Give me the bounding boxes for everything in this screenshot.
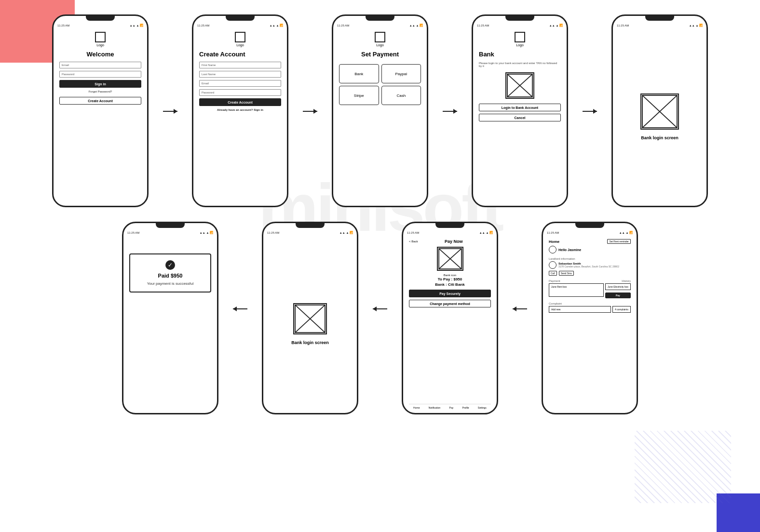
phone-notch (296, 223, 325, 228)
nav-profile[interactable]: Profile (462, 406, 469, 409)
sign-in-button[interactable]: Sign in (59, 80, 141, 88)
add-new-button[interactable]: Add new (549, 306, 611, 313)
cancel-button[interactable]: Cancel (479, 114, 561, 121)
signal-icons: ▲▲ ▲ 📶 (339, 231, 353, 234)
arrow-2-3 (303, 14, 317, 112)
last-name-input[interactable]: Last Name (199, 71, 281, 78)
create-account-button[interactable]: Create Account (59, 97, 141, 105)
password-input[interactable]: Password (59, 71, 141, 78)
june-rent-item[interactable]: June Rent box (549, 283, 604, 297)
main-container: 11:25 AM ▲▲ ▲ 📶 Logo Welcome Email Passw… (0, 0, 760, 532)
paid-success-content: ✓ Paid $950 Your payment is successful (123, 235, 217, 413)
status-bar: 11:25 AM ▲▲ ▲ 📶 (403, 230, 497, 235)
bank-description: Please login to your bank account and en… (479, 62, 561, 67)
bank-option[interactable]: Bank (339, 64, 379, 83)
send-sms-button[interactable]: Send Sms (559, 271, 574, 276)
logo-box (95, 32, 106, 42)
bank-login-image (640, 93, 679, 130)
pay-now-title: Pay Now (445, 239, 463, 244)
home-header: Home Set Rent reminder (549, 239, 631, 244)
bank-image-placeholder (505, 72, 534, 99)
logo-label: Logo (479, 43, 561, 47)
signal-icons: ▲▲ ▲ 📶 (200, 231, 213, 234)
logo-box (375, 32, 385, 42)
svg-line-7 (295, 305, 325, 332)
create-account-content: Logo Create Account First Name Last Name… (193, 28, 287, 206)
email-input[interactable]: Email (199, 80, 281, 87)
pay-securely-button[interactable]: Pay Securely (409, 290, 491, 297)
signal-icons: ▲▲ ▲ 📶 (689, 24, 703, 27)
complaints-count-badge[interactable]: 4 complaints (612, 306, 631, 313)
call-button[interactable]: Call (549, 271, 557, 276)
email-input[interactable]: Email (59, 62, 141, 68)
arrow-icon (443, 111, 457, 112)
time: 11:25 AM (267, 231, 279, 234)
time: 11:25 AM (407, 231, 419, 234)
arrow-4-5 (583, 14, 597, 112)
phone-pay-now: 11:25 AM ▲▲ ▲ 📶 < Back Pay Now x (402, 222, 498, 414)
forgot-password-link[interactable]: Forgot Password? (59, 90, 141, 93)
signal-icons: ▲▲ ▲ 📶 (549, 24, 563, 27)
logo-label: Logo (59, 43, 141, 47)
password-input[interactable]: Password (199, 89, 281, 96)
time: 11:25 AM (197, 24, 209, 27)
phone-home: 11:25 AM ▲▲ ▲ 📶 Home Set Rent reminder H… (542, 222, 638, 414)
bank-login-bottom-image (293, 303, 327, 334)
landlord-avatar (549, 261, 556, 269)
nav-pay[interactable]: Pay (449, 406, 454, 409)
phone-notch (575, 223, 604, 228)
create-account-submit-button[interactable]: Create Account (199, 98, 281, 106)
history-link[interactable]: History (622, 279, 631, 282)
payment-section-header: Payment History (549, 278, 631, 283)
user-greeting-row: Hello Jasmine (549, 246, 631, 253)
arrow-8-7 (373, 222, 387, 309)
nav-notification[interactable]: Notification (429, 406, 441, 409)
landlord-address: 3178 Camden place, Beaufort, South Carol… (558, 265, 619, 268)
create-account-title: Create Account (199, 51, 281, 58)
stripe-option[interactable]: Stripe (339, 86, 379, 105)
arrow-head (513, 306, 516, 311)
phone-notch (645, 16, 674, 21)
bank-login-title: Bank login screen (641, 135, 679, 140)
paid-amount: Paid $950 (134, 273, 206, 279)
status-bar: 11:25 AM ▲▲ ▲ 📶 (333, 23, 427, 28)
already-account-text: Already have an account? Sign in (199, 108, 281, 111)
phone-notch (226, 16, 255, 21)
nav-settings[interactable]: Settings (478, 406, 487, 409)
home-content: Home Set Rent reminder Hello Jasmine Lan… (543, 235, 637, 413)
set-rent-reminder-button[interactable]: Set Rent reminder (607, 239, 631, 244)
paypal-option[interactable]: Paypal (381, 64, 421, 83)
bottom-row: 11:25 AM ▲▲ ▲ 📶 ✓ Paid $950 Your payment… (10, 222, 750, 414)
status-bar: 11:25 AM ▲▲ ▲ 📶 (543, 230, 637, 235)
status-bar: 11:25 AM ▲▲ ▲ 📶 (263, 230, 357, 235)
arrow-icon (583, 111, 597, 112)
home-title: Home (549, 239, 559, 244)
june-electricity-item[interactable]: June Electricity box (605, 283, 631, 290)
first-name-input[interactable]: First Name (199, 62, 281, 68)
time: 11:25 AM (547, 231, 559, 234)
bank-icon-image (437, 247, 463, 271)
login-bank-button[interactable]: Login to Bank Account (479, 104, 561, 111)
time: 11:25 AM (337, 24, 349, 27)
bank-icon-label: Bank icon (409, 274, 491, 277)
payment-items-row: June Rent box June Electricity box Pay (549, 283, 631, 298)
signal-icons: ▲▲ ▲ 📶 (409, 24, 423, 27)
svg-line-10 (439, 249, 461, 269)
arrow-head (233, 306, 237, 311)
arrow-3-4 (443, 14, 457, 112)
arrow-icon (303, 111, 317, 112)
complaint-section-title: Complaint (549, 302, 631, 305)
back-button[interactable]: < Back (409, 240, 418, 243)
change-payment-method-button[interactable]: Change payment method (409, 300, 491, 307)
svg-rect-0 (507, 74, 532, 97)
status-bar: 11:25 AM ▲▲ ▲ 📶 (123, 230, 217, 235)
nav-home[interactable]: Home (413, 406, 420, 409)
sign-in-link[interactable]: Sign in (254, 108, 263, 111)
cash-option[interactable]: Cash (381, 86, 421, 105)
pay-button[interactable]: Pay (605, 293, 631, 298)
logo-box (515, 32, 525, 42)
phone-create-account: 11:25 AM ▲▲ ▲ 📶 Logo Create Account Firs… (192, 14, 288, 207)
contact-buttons: Call Send Sms (549, 271, 631, 276)
top-row: 11:25 AM ▲▲ ▲ 📶 Logo Welcome Email Passw… (10, 14, 750, 207)
logo-label: Logo (339, 43, 421, 47)
